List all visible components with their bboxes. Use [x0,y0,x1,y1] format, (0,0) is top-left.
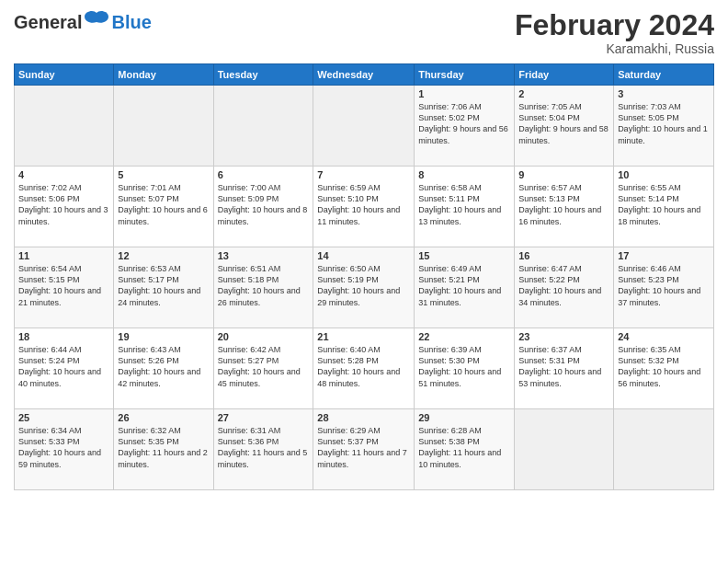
calendar-week-row: 18Sunrise: 6:44 AMSunset: 5:24 PMDayligh… [15,328,714,409]
day-number: 12 [118,250,209,261]
table-row: 5Sunrise: 7:01 AMSunset: 5:07 PMDaylight… [114,167,213,247]
table-row: 18Sunrise: 6:44 AMSunset: 5:24 PMDayligh… [15,328,114,409]
day-info: Sunrise: 6:42 AMSunset: 5:27 PMDaylight:… [218,344,310,389]
day-number: 5 [118,169,209,180]
table-row: 27Sunrise: 6:31 AMSunset: 5:36 PMDayligh… [213,409,313,490]
logo-bird-icon [83,9,110,35]
calendar-title: February 2024 [515,9,714,41]
day-number: 28 [317,412,410,423]
table-row: 12Sunrise: 6:53 AMSunset: 5:17 PMDayligh… [114,247,213,328]
table-row: 24Sunrise: 6:35 AMSunset: 5:32 PMDayligh… [614,328,714,409]
day-number: 8 [418,169,510,180]
day-number: 17 [618,250,710,261]
calendar-table: Sunday Monday Tuesday Wednesday Thursday… [14,63,714,490]
day-number: 2 [518,88,609,99]
table-row: 25Sunrise: 6:34 AMSunset: 5:33 PMDayligh… [15,409,114,490]
day-number: 6 [218,169,310,180]
day-info: Sunrise: 6:49 AMSunset: 5:21 PMDaylight:… [418,263,510,308]
day-info: Sunrise: 6:28 AMSunset: 5:38 PMDaylight:… [418,425,510,470]
page: General General Blue February 2024 Karam… [0,0,728,563]
day-info: Sunrise: 6:35 AMSunset: 5:32 PMDaylight:… [618,344,710,389]
table-row: 20Sunrise: 6:42 AMSunset: 5:27 PMDayligh… [213,328,313,409]
table-row: 3Sunrise: 7:03 AMSunset: 5:05 PMDaylight… [614,86,714,167]
day-number: 15 [418,250,510,261]
day-number: 16 [518,250,609,261]
calendar-header-row: Sunday Monday Tuesday Wednesday Thursday… [15,64,714,86]
logo-blue: Blue [111,12,151,33]
table-row: 4Sunrise: 7:02 AMSunset: 5:06 PMDaylight… [15,167,114,247]
day-info: Sunrise: 6:43 AMSunset: 5:26 PMDaylight:… [118,344,209,389]
table-row: 2Sunrise: 7:05 AMSunset: 5:04 PMDaylight… [515,86,614,167]
table-row [313,86,415,167]
day-number: 3 [618,88,710,99]
table-row: 14Sunrise: 6:50 AMSunset: 5:19 PMDayligh… [313,247,415,328]
calendar-week-row: 25Sunrise: 6:34 AMSunset: 5:33 PMDayligh… [15,409,714,490]
day-info: Sunrise: 6:46 AMSunset: 5:23 PMDaylight:… [618,263,710,308]
day-number: 4 [18,169,109,180]
table-row: 17Sunrise: 6:46 AMSunset: 5:23 PMDayligh… [614,247,714,328]
day-info: Sunrise: 6:44 AMSunset: 5:24 PMDaylight:… [18,344,109,389]
header-monday: Monday [114,64,213,86]
calendar-week-row: 1Sunrise: 7:06 AMSunset: 5:02 PMDaylight… [15,86,714,167]
day-number: 27 [218,412,310,423]
table-row [15,86,114,167]
day-info: Sunrise: 6:59 AMSunset: 5:10 PMDaylight:… [317,182,410,227]
day-info: Sunrise: 6:50 AMSunset: 5:19 PMDaylight:… [317,263,410,308]
title-block: February 2024 Karamakhi, Russia [515,9,714,56]
logo-combined: General Blue [14,9,152,35]
table-row: 23Sunrise: 6:37 AMSunset: 5:31 PMDayligh… [515,328,614,409]
day-info: Sunrise: 6:53 AMSunset: 5:17 PMDaylight:… [118,263,209,308]
calendar-week-row: 11Sunrise: 6:54 AMSunset: 5:15 PMDayligh… [15,247,714,328]
day-number: 20 [218,331,310,342]
day-info: Sunrise: 6:31 AMSunset: 5:36 PMDaylight:… [218,425,310,470]
calendar-week-row: 4Sunrise: 7:02 AMSunset: 5:06 PMDaylight… [15,167,714,247]
day-info: Sunrise: 6:58 AMSunset: 5:11 PMDaylight:… [418,182,510,227]
day-number: 25 [18,412,109,423]
day-number: 22 [418,331,510,342]
table-row: 7Sunrise: 6:59 AMSunset: 5:10 PMDaylight… [313,167,415,247]
day-number: 18 [18,331,109,342]
day-number: 29 [418,412,510,423]
day-info: Sunrise: 6:39 AMSunset: 5:30 PMDaylight:… [418,344,510,389]
table-row: 16Sunrise: 6:47 AMSunset: 5:22 PMDayligh… [515,247,614,328]
day-number: 24 [618,331,710,342]
day-number: 10 [618,169,710,180]
day-number: 11 [18,250,109,261]
table-row: 11Sunrise: 6:54 AMSunset: 5:15 PMDayligh… [15,247,114,328]
day-info: Sunrise: 6:40 AMSunset: 5:28 PMDaylight:… [317,344,410,389]
table-row: 8Sunrise: 6:58 AMSunset: 5:11 PMDaylight… [415,167,515,247]
day-number: 21 [317,331,410,342]
day-info: Sunrise: 7:02 AMSunset: 5:06 PMDaylight:… [18,182,109,227]
header-thursday: Thursday [415,64,515,86]
calendar-location: Karamakhi, Russia [515,41,714,56]
day-number: 9 [518,169,609,180]
day-info: Sunrise: 7:01 AMSunset: 5:07 PMDaylight:… [118,182,209,227]
day-info: Sunrise: 7:03 AMSunset: 5:05 PMDaylight:… [618,101,710,146]
day-info: Sunrise: 6:32 AMSunset: 5:35 PMDaylight:… [118,425,209,470]
day-info: Sunrise: 6:37 AMSunset: 5:31 PMDaylight:… [518,344,609,389]
day-number: 19 [118,331,209,342]
table-row [515,409,614,490]
table-row [213,86,313,167]
table-row: 1Sunrise: 7:06 AMSunset: 5:02 PMDaylight… [415,86,515,167]
day-number: 1 [418,88,510,99]
header: General General Blue February 2024 Karam… [14,9,714,56]
table-row: 6Sunrise: 7:00 AMSunset: 5:09 PMDaylight… [213,167,313,247]
day-info: Sunrise: 6:47 AMSunset: 5:22 PMDaylight:… [518,263,609,308]
day-info: Sunrise: 6:34 AMSunset: 5:33 PMDaylight:… [18,425,109,470]
table-row: 29Sunrise: 6:28 AMSunset: 5:38 PMDayligh… [415,409,515,490]
day-number: 23 [518,331,609,342]
day-info: Sunrise: 6:51 AMSunset: 5:18 PMDaylight:… [218,263,310,308]
table-row: 21Sunrise: 6:40 AMSunset: 5:28 PMDayligh… [313,328,415,409]
header-tuesday: Tuesday [213,64,313,86]
day-info: Sunrise: 7:05 AMSunset: 5:04 PMDaylight:… [518,101,609,146]
header-saturday: Saturday [614,64,714,86]
table-row [114,86,213,167]
day-number: 26 [118,412,209,423]
day-info: Sunrise: 6:54 AMSunset: 5:15 PMDaylight:… [18,263,109,308]
header-wednesday: Wednesday [313,64,415,86]
header-friday: Friday [515,64,614,86]
table-row [614,409,714,490]
day-number: 14 [317,250,410,261]
table-row: 9Sunrise: 6:57 AMSunset: 5:13 PMDaylight… [515,167,614,247]
